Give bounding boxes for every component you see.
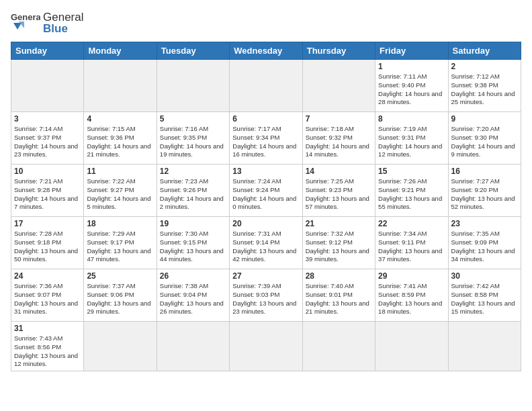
day-info: Sunrise: 7:15 AM Sunset: 9:36 PM Dayligh… [87,125,153,159]
day-info: Sunrise: 7:14 AM Sunset: 9:37 PM Dayligh… [14,125,81,159]
day-info: Sunrise: 7:22 AM Sunset: 9:27 PM Dayligh… [87,177,153,212]
calendar-cell: 8Sunrise: 7:19 AM Sunset: 9:31 PM Daylig… [375,112,448,165]
day-info: Sunrise: 7:29 AM Sunset: 9:17 PM Dayligh… [87,230,153,264]
week-row-3: 17Sunrise: 7:28 AM Sunset: 9:18 PM Dayli… [11,217,521,269]
day-number: 20 [232,219,299,228]
calendar-cell: 21Sunrise: 7:32 AM Sunset: 9:12 PM Dayli… [302,217,375,269]
calendar-cell: 24Sunrise: 7:36 AM Sunset: 9:07 PM Dayli… [11,269,84,322]
day-info: Sunrise: 7:24 AM Sunset: 9:24 PM Dayligh… [232,177,299,212]
day-info: Sunrise: 7:38 AM Sunset: 9:04 PM Dayligh… [160,282,226,316]
calendar-cell: 20Sunrise: 7:31 AM Sunset: 9:14 PM Dayli… [230,217,302,269]
day-number: 9 [451,114,518,124]
calendar-cell [157,322,229,371]
day-info: Sunrise: 7:40 AM Sunset: 9:01 PM Dayligh… [306,282,372,316]
day-info: Sunrise: 7:19 AM Sunset: 9:31 PM Dayligh… [378,125,445,159]
svg-text:General: General [11,12,40,22]
day-number: 13 [232,167,299,176]
week-row-0: 1Sunrise: 7:11 AM Sunset: 9:40 PM Daylig… [11,60,521,112]
day-info: Sunrise: 7:35 AM Sunset: 9:09 PM Dayligh… [451,230,518,264]
day-number: 8 [378,114,445,124]
day-number: 14 [306,167,372,176]
day-number: 30 [451,271,518,281]
day-info: Sunrise: 7:23 AM Sunset: 9:26 PM Dayligh… [160,177,226,212]
calendar-cell: 6Sunrise: 7:17 AM Sunset: 9:34 PM Daylig… [230,112,302,165]
weekday-header-friday: Friday [375,42,448,60]
svg-marker-1 [13,23,21,30]
calendar-cell: 22Sunrise: 7:34 AM Sunset: 9:11 PM Dayli… [375,217,448,269]
calendar-cell: 23Sunrise: 7:35 AM Sunset: 9:09 PM Dayli… [448,217,521,269]
calendar-cell: 12Sunrise: 7:23 AM Sunset: 9:26 PM Dayli… [157,165,229,217]
calendar-cell [157,60,229,112]
day-number: 16 [451,167,518,176]
day-number: 7 [306,114,372,124]
day-number: 4 [87,114,153,124]
day-info: Sunrise: 7:32 AM Sunset: 9:12 PM Dayligh… [306,230,372,264]
day-number: 1 [378,62,445,71]
calendar-cell: 5Sunrise: 7:16 AM Sunset: 9:35 PM Daylig… [157,112,229,165]
weekday-header-wednesday: Wednesday [230,42,302,60]
calendar-cell [230,322,302,371]
calendar-cell: 11Sunrise: 7:22 AM Sunset: 9:27 PM Dayli… [84,165,157,217]
header: General General Blue [11,11,521,35]
day-number: 18 [87,219,153,228]
day-info: Sunrise: 7:42 AM Sunset: 8:58 PM Dayligh… [451,282,518,316]
weekday-header-row: SundayMondayTuesdayWednesdayThursdayFrid… [11,42,521,60]
day-number: 19 [160,219,226,228]
calendar-cell: 18Sunrise: 7:29 AM Sunset: 9:17 PM Dayli… [84,217,157,269]
logo-text: General Blue [43,11,83,34]
calendar-cell [448,322,521,371]
day-info: Sunrise: 7:16 AM Sunset: 9:35 PM Dayligh… [160,125,226,159]
page: General General Blue SundayMondayTuesday… [0,0,532,378]
calendar-cell: 1Sunrise: 7:11 AM Sunset: 9:40 PM Daylig… [375,60,448,112]
day-number: 6 [232,114,299,124]
day-info: Sunrise: 7:17 AM Sunset: 9:34 PM Dayligh… [232,125,299,159]
day-info: Sunrise: 7:20 AM Sunset: 9:30 PM Dayligh… [451,125,518,159]
day-number: 24 [14,271,81,281]
calendar-cell: 4Sunrise: 7:15 AM Sunset: 9:36 PM Daylig… [84,112,157,165]
day-number: 22 [378,219,445,228]
day-info: Sunrise: 7:28 AM Sunset: 9:18 PM Dayligh… [14,230,81,264]
calendar-cell: 9Sunrise: 7:20 AM Sunset: 9:30 PM Daylig… [448,112,521,165]
day-info: Sunrise: 7:12 AM Sunset: 9:38 PM Dayligh… [451,73,518,107]
day-number: 2 [451,62,518,71]
week-row-1: 3Sunrise: 7:14 AM Sunset: 9:37 PM Daylig… [11,112,521,165]
day-info: Sunrise: 7:21 AM Sunset: 9:28 PM Dayligh… [14,177,81,212]
day-number: 3 [14,114,81,124]
week-row-5: 31Sunrise: 7:43 AM Sunset: 8:56 PM Dayli… [11,322,521,371]
day-info: Sunrise: 7:11 AM Sunset: 9:40 PM Dayligh… [378,73,445,107]
calendar-cell: 10Sunrise: 7:21 AM Sunset: 9:28 PM Dayli… [11,165,84,217]
calendar-cell: 15Sunrise: 7:26 AM Sunset: 9:21 PM Dayli… [375,165,448,217]
day-number: 29 [378,271,445,281]
calendar: SundayMondayTuesdayWednesdayThursdayFrid… [11,42,521,371]
day-number: 25 [87,271,153,281]
day-info: Sunrise: 7:27 AM Sunset: 9:20 PM Dayligh… [451,177,518,212]
logo-svg: General [11,11,40,35]
calendar-cell: 19Sunrise: 7:30 AM Sunset: 9:15 PM Dayli… [157,217,229,269]
calendar-cell: 2Sunrise: 7:12 AM Sunset: 9:38 PM Daylig… [448,60,521,112]
calendar-cell [375,322,448,371]
calendar-cell: 28Sunrise: 7:40 AM Sunset: 9:01 PM Dayli… [302,269,375,322]
day-info: Sunrise: 7:36 AM Sunset: 9:07 PM Dayligh… [14,282,81,316]
calendar-cell [84,322,157,371]
calendar-cell: 7Sunrise: 7:18 AM Sunset: 9:32 PM Daylig… [302,112,375,165]
day-number: 5 [160,114,226,124]
weekday-header-thursday: Thursday [302,42,375,60]
calendar-cell: 30Sunrise: 7:42 AM Sunset: 8:58 PM Dayli… [448,269,521,322]
day-number: 10 [14,167,81,176]
day-info: Sunrise: 7:37 AM Sunset: 9:06 PM Dayligh… [87,282,153,316]
calendar-cell [11,60,84,112]
day-number: 23 [451,219,518,228]
day-info: Sunrise: 7:39 AM Sunset: 9:03 PM Dayligh… [232,282,299,316]
calendar-cell [84,60,157,112]
logo: General General Blue [11,11,83,35]
weekday-header-sunday: Sunday [11,42,84,60]
calendar-cell: 16Sunrise: 7:27 AM Sunset: 9:20 PM Dayli… [448,165,521,217]
day-number: 28 [306,271,372,281]
day-number: 11 [87,167,153,176]
calendar-cell: 29Sunrise: 7:41 AM Sunset: 8:59 PM Dayli… [375,269,448,322]
day-info: Sunrise: 7:30 AM Sunset: 9:15 PM Dayligh… [160,230,226,264]
calendar-cell: 13Sunrise: 7:24 AM Sunset: 9:24 PM Dayli… [230,165,302,217]
day-info: Sunrise: 7:26 AM Sunset: 9:21 PM Dayligh… [378,177,445,212]
weekday-header-tuesday: Tuesday [157,42,229,60]
day-number: 21 [306,219,372,228]
